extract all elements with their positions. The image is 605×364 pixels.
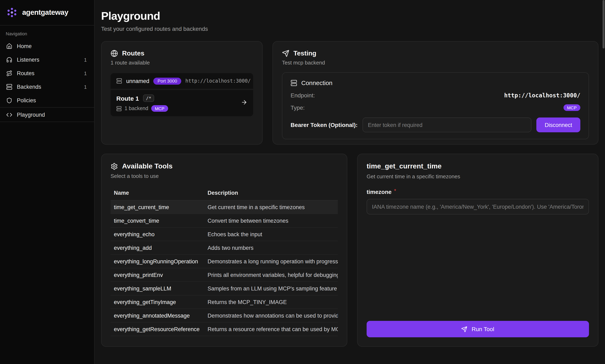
tool-name-cell: everything_getResourceReference — [111, 326, 208, 332]
gear-icon — [111, 163, 118, 170]
tool-name-cell: everything_echo — [111, 231, 208, 237]
bearer-token-label: Bearer Token (Optional): — [290, 122, 357, 128]
tool-description-cell: Get current time in a specific timezones — [208, 204, 338, 210]
routes-card-subtitle: 1 route available — [111, 60, 253, 66]
tool-name-cell: everything_getTinyImage — [111, 299, 208, 305]
testing-card: Testing Test mcp backend Connection Endp… — [273, 41, 598, 145]
table-row[interactable]: everything_echo Echoes back the input — [111, 228, 338, 241]
route-type-badge: MCP — [151, 105, 168, 112]
table-row[interactable]: everything_add Adds two numbers — [111, 241, 338, 255]
tools-card-title: Available Tools — [122, 162, 173, 170]
sidebar-item-label: Playground — [17, 112, 45, 118]
testing-card-subtitle: Test mcp backend — [282, 60, 589, 66]
nav-section-label: Navigation — [6, 31, 88, 36]
tool-description-cell: Demonstrates a long running operation wi… — [208, 258, 338, 264]
send-icon — [461, 326, 468, 332]
table-row[interactable]: time_convert_time Convert time between t… — [111, 214, 338, 228]
sidebar-item-label: Policies — [17, 97, 36, 104]
send-icon — [282, 50, 289, 57]
tool-name-cell: time_get_current_time — [111, 204, 208, 210]
tool-description-cell: Returns a resource reference that can be… — [208, 326, 338, 332]
top-cards-row: Routes 1 route available unnamed Port 30… — [101, 41, 598, 145]
scrollbar[interactable] — [603, 0, 605, 49]
server-icon — [116, 78, 122, 84]
endpoint-value: http://localhost:3000/ — [504, 92, 580, 99]
timezone-input[interactable] — [367, 199, 589, 214]
server-icon — [116, 106, 122, 111]
tool-name-cell: time_convert_time — [111, 218, 208, 224]
app: agentgateway Navigation Home Listeners 1… — [0, 0, 605, 364]
tool-detail-title: time_get_current_time — [367, 162, 589, 170]
arrow-right-icon[interactable] — [241, 99, 248, 107]
tool-description-cell: Convert time between timezones — [208, 218, 338, 224]
home-icon — [6, 43, 12, 49]
tool-detail-subtitle: Get current time in a specific timezones — [367, 173, 589, 180]
sidebar-item-routes[interactable]: Routes 1 — [0, 66, 94, 80]
listener-name: unnamed — [126, 78, 149, 84]
connection-type-badge: MCP — [563, 104, 580, 111]
tool-description-cell: Prints all environment variables, helpfu… — [208, 272, 338, 278]
tool-description-cell: Samples from an LLM using MCP's sampling… — [208, 285, 338, 291]
testing-card-title: Testing — [293, 50, 316, 57]
port-badge: Port 3000 — [154, 78, 181, 84]
table-row[interactable]: everything_printEnv Prints all environme… — [111, 268, 338, 282]
sidebar-item-label: Routes — [17, 70, 35, 77]
nav-menu: Home Listeners 1 Routes 1 Backends 1 Pol… — [0, 39, 94, 122]
sidebar-item-playground[interactable]: Playground — [0, 107, 94, 122]
table-row[interactable]: everything_getTinyImage Returns the MCP_… — [111, 295, 338, 309]
brand[interactable]: agentgateway — [0, 0, 94, 26]
column-header-name: Name — [111, 190, 208, 196]
route-item[interactable]: Route 1 /* 1 backend MCP — [111, 90, 253, 116]
bottom-cards-row: Available Tools Select a tools to use Na… — [101, 154, 598, 347]
route-name: Route 1 — [116, 95, 139, 102]
sidebar-item-backends[interactable]: Backends 1 — [0, 80, 94, 94]
sidebar-item-policies[interactable]: Policies — [0, 94, 94, 107]
tools-table-header: Name Description — [111, 186, 338, 200]
sidebar-item-home[interactable]: Home — [0, 39, 94, 53]
table-row[interactable]: everything_sampleLLM Samples from an LLM… — [111, 282, 338, 295]
column-header-description: Description — [208, 190, 338, 196]
server-icon — [290, 79, 297, 86]
endpoint-label: Endpoint: — [290, 92, 315, 99]
sidebar-item-badge: 1 — [84, 70, 87, 76]
routes-card-title: Routes — [122, 50, 144, 57]
route-icon — [6, 70, 12, 77]
table-row[interactable]: everything_getResourceReference Returns … — [111, 323, 338, 336]
route-backend-count: 1 backend — [125, 105, 148, 111]
run-tool-button[interactable]: Run Tool — [367, 321, 589, 337]
shield-icon — [6, 97, 12, 104]
tool-name-cell: everything_sampleLLM — [111, 285, 208, 291]
page-subtitle: Test your configured routes and backends — [101, 26, 598, 32]
table-row[interactable]: time_get_current_time Get current time i… — [111, 200, 338, 214]
page-title: Playground — [101, 10, 598, 22]
sidebar-item-listeners[interactable]: Listeners 1 — [0, 53, 94, 66]
sidebar: agentgateway Navigation Home Listeners 1… — [0, 0, 94, 364]
tool-name-cell: everything_printEnv — [111, 272, 208, 278]
agentgateway-logo-icon — [6, 6, 18, 19]
bearer-token-input[interactable] — [363, 117, 531, 132]
listener-url: http://localhost:3000/ — [185, 78, 251, 84]
timezone-field-label: timezone — [367, 189, 392, 195]
tool-detail-card: time_get_current_time Get current time i… — [357, 154, 598, 347]
available-tools-card: Available Tools Select a tools to use Na… — [101, 154, 347, 347]
server-icon — [6, 84, 12, 90]
listener-row: unnamed Port 3000 http://localhost:3000/ — [111, 73, 253, 89]
tool-description-cell: Adds two numbers — [208, 245, 338, 251]
connection-title: Connection — [301, 79, 332, 86]
table-row[interactable]: everything_annotatedMessage Demonstrates… — [111, 309, 338, 323]
tool-name-cell: everything_annotatedMessage — [111, 312, 208, 319]
tools-card-subtitle: Select a tools to use — [111, 173, 338, 179]
sidebar-item-badge: 1 — [84, 57, 87, 63]
code-icon — [6, 112, 12, 118]
table-row[interactable]: everything_longRunningOperation Demonstr… — [111, 255, 338, 268]
tool-name-cell: everything_add — [111, 245, 208, 251]
sidebar-item-label: Home — [17, 43, 32, 49]
routes-card: Routes 1 route available unnamed Port 30… — [101, 41, 263, 145]
disconnect-button[interactable]: Disconnect — [536, 117, 580, 132]
sidebar-item-label: Backends — [17, 84, 41, 90]
tool-name-cell: everything_longRunningOperation — [111, 258, 208, 264]
type-label: Type: — [290, 104, 305, 111]
tool-description-cell: Demonstrates how annotations can be used… — [208, 312, 338, 319]
tools-table-body: time_get_current_time Get current time i… — [111, 200, 338, 336]
sidebar-item-label: Listeners — [17, 57, 39, 63]
